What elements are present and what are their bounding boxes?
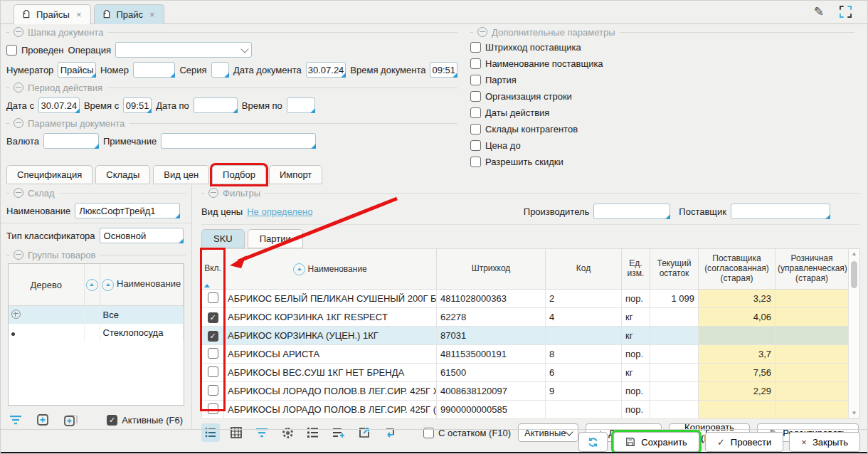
collapse-icon[interactable] xyxy=(14,83,23,93)
groups-sort-col[interactable] xyxy=(84,264,100,306)
add-group-icon[interactable] xyxy=(36,413,49,426)
add-rows-icon[interactable] xyxy=(329,423,348,442)
collapse-icon[interactable] xyxy=(14,188,23,198)
collapse-icon[interactable] xyxy=(14,250,23,260)
row-enabled-cell[interactable]: ✓ xyxy=(202,308,224,327)
additional-param-checkbox[interactable] xyxy=(470,124,481,134)
products-col-4[interactable]: Ед. изм. xyxy=(622,249,650,290)
additional-param-checkbox[interactable] xyxy=(470,140,481,151)
refresh-button[interactable] xyxy=(578,432,608,452)
tree-expand-icon[interactable] xyxy=(11,310,21,319)
row-enabled-checkbox[interactable] xyxy=(208,366,218,377)
close-icon[interactable]: × xyxy=(76,9,82,20)
window-tab-prais[interactable]: Прайс × xyxy=(94,4,164,24)
numerator-button[interactable]: Прайсы xyxy=(58,62,96,78)
close-icon[interactable]: × xyxy=(149,9,155,20)
time-from-input[interactable]: 09:51 xyxy=(123,97,152,113)
sku-tab-партии[interactable]: Партии xyxy=(248,229,303,248)
window-tab-praisy[interactable]: Прайсы × xyxy=(14,4,91,24)
row-enabled-cell[interactable] xyxy=(202,401,224,419)
groups-tree-row[interactable]: Стеклопосуда xyxy=(9,324,184,342)
operation-select[interactable] xyxy=(115,42,252,58)
number-input[interactable] xyxy=(133,62,176,78)
post-button[interactable]: ✓ Провести xyxy=(705,432,783,452)
table-row[interactable]: АБРИКОС БЕЛЫЙ ПЕЛИКАН СУШЕНЫЙ 200Г БЕЛ48… xyxy=(202,290,849,308)
time-to-input[interactable] xyxy=(287,97,315,113)
gear-icon[interactable] xyxy=(278,423,297,442)
price-type-link[interactable]: Не определено xyxy=(247,206,312,217)
date-from-input[interactable]: 30.07.24 xyxy=(38,97,80,113)
classifier-input[interactable]: Основной xyxy=(100,228,184,243)
tree-icon-cell[interactable] xyxy=(9,324,84,342)
row-enabled-checkbox[interactable] xyxy=(208,348,218,359)
collapse-icon[interactable] xyxy=(14,118,23,128)
doc-date-input[interactable]: 30.07.24 xyxy=(306,62,346,78)
date-to-input[interactable] xyxy=(194,97,238,113)
scroll-down-icon[interactable]: ▼ xyxy=(852,408,857,418)
export-icon[interactable] xyxy=(355,423,374,442)
additional-param-checkbox[interactable] xyxy=(470,58,481,69)
sku-tab-sku[interactable]: SKU xyxy=(201,229,245,248)
groups-tree-row[interactable]: Все xyxy=(9,306,184,324)
additional-param-checkbox[interactable] xyxy=(470,91,481,102)
additional-param-checkbox[interactable] xyxy=(470,42,481,53)
row-enabled-cell[interactable] xyxy=(202,364,224,382)
series-input[interactable] xyxy=(211,62,229,78)
list-view-icon[interactable] xyxy=(201,423,220,442)
filter-icon[interactable] xyxy=(9,415,22,425)
edit-pencil-icon[interactable]: ✎ xyxy=(814,6,824,18)
table-row[interactable]: АБРИКОСЫ ВЕС.СУШ 1КГ НЕТ БРЕНДА615006кг7… xyxy=(202,364,849,382)
row-enabled-checkbox[interactable] xyxy=(208,403,218,414)
doc-tab-спецификация[interactable]: Спецификация xyxy=(6,165,92,184)
add-subgroup-icon[interactable] xyxy=(63,413,78,426)
doc-time-input[interactable]: 09:51 xyxy=(430,62,457,78)
groups-active-checkbox[interactable]: ✓ xyxy=(107,415,117,426)
products-col-3[interactable]: Код xyxy=(546,249,622,290)
grid-view-icon[interactable] xyxy=(227,423,245,442)
collapse-icon[interactable] xyxy=(477,27,487,37)
doc-tab-вид цен[interactable]: Вид цен xyxy=(153,165,209,184)
row-enabled-checkbox[interactable] xyxy=(208,292,218,303)
scroll-up-icon[interactable]: ▲ xyxy=(852,249,857,259)
close-button[interactable]: × Закрыть xyxy=(789,432,860,452)
doc-tab-импорт[interactable]: Импорт xyxy=(269,165,322,184)
tree-name-cell[interactable]: Все xyxy=(100,306,184,324)
refresh-rows-icon[interactable] xyxy=(381,423,399,442)
groups-col-tree[interactable]: Дерево xyxy=(9,264,84,306)
posted-checkbox[interactable] xyxy=(6,45,17,56)
table-row[interactable]: ✓АБРИКОС КОРЗИНКА (УЦЕН.) 1КГ87031кг xyxy=(202,327,849,345)
row-enabled-checkbox[interactable] xyxy=(208,385,218,396)
numbered-list-icon[interactable] xyxy=(304,423,322,442)
row-enabled-cell[interactable] xyxy=(202,382,224,401)
additional-param-checkbox[interactable] xyxy=(470,75,481,85)
table-row[interactable]: АБРИКОСЫ ЛОРАДО ПОЛОВ.В ЛЕГ.СИР. 425Г Ж/… xyxy=(202,382,849,401)
row-enabled-checkbox[interactable]: ✓ xyxy=(208,331,218,342)
products-col-5[interactable]: Текущий остаток xyxy=(650,249,699,290)
row-enabled-cell[interactable] xyxy=(202,290,224,308)
doc-tab-склады[interactable]: Склады xyxy=(95,165,150,184)
scroll-thumb[interactable] xyxy=(851,261,857,288)
products-col-6[interactable]: Поставщика (согласованная) (старая) xyxy=(699,249,776,290)
collapse-icon[interactable] xyxy=(14,27,23,37)
additional-param-checkbox[interactable] xyxy=(470,157,481,167)
tree-icon-cell[interactable] xyxy=(9,306,84,324)
supplier-input[interactable] xyxy=(731,204,830,219)
table-row[interactable]: ✓АБРИКОС КОРЗИНКА 1КГ RESPECT622784кг4,0… xyxy=(202,308,849,327)
collapse-icon[interactable] xyxy=(208,188,218,198)
row-enabled-cell[interactable] xyxy=(202,345,224,364)
doc-tab-подбор[interactable]: Подбор xyxy=(212,165,266,184)
table-row[interactable]: АБРИКОСЫ ЛОРАДО ПОЛОВ.В ЛЕГ.СИР. 425Г (У… xyxy=(202,401,849,419)
fullscreen-icon[interactable] xyxy=(840,6,852,18)
products-col-7[interactable]: Розничная (управленческая) (старая) xyxy=(776,249,849,290)
save-button[interactable]: Сохранить xyxy=(613,432,699,452)
filter-icon[interactable] xyxy=(253,423,271,442)
row-enabled-checkbox[interactable]: ✓ xyxy=(208,312,218,323)
products-col-0[interactable]: Вкл. xyxy=(202,249,224,290)
additional-param-checkbox[interactable] xyxy=(470,107,481,118)
table-row[interactable]: АБРИКОСЫ АРИСТА48115350001918пор.3,7 xyxy=(202,345,849,364)
vertical-scrollbar[interactable]: ▲ ▼ xyxy=(849,248,860,419)
state-filter-select[interactable]: Активные xyxy=(518,423,578,442)
products-col-2[interactable]: Штрихкод xyxy=(437,249,546,290)
tree-name-cell[interactable]: Стеклопосуда xyxy=(100,324,184,342)
warehouse-name-input[interactable]: ЛюксСофтТрейд1 xyxy=(75,203,180,218)
